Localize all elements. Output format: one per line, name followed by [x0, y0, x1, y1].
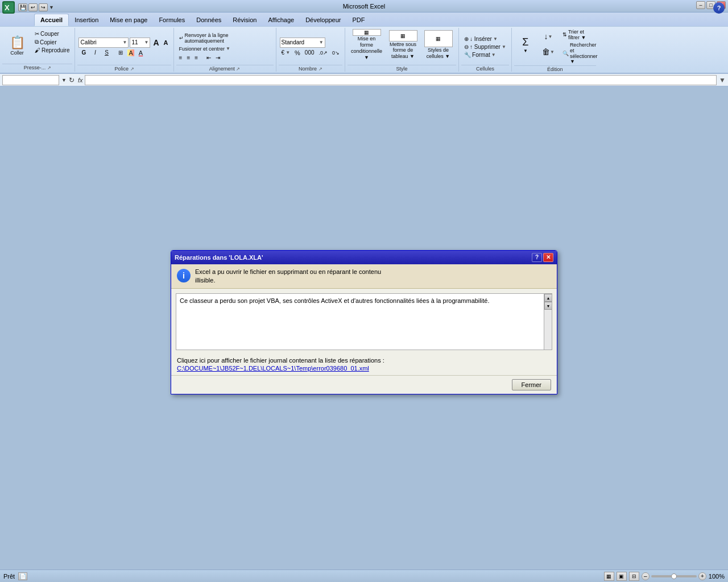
font-name-value: Calibri	[80, 39, 96, 45]
effacer-icon: 🗑	[542, 47, 550, 56]
dialog-log-row: Cliquez ici pour afficher le fichier jou…	[171, 355, 557, 375]
font-size-dropdown[interactable]: 11 ▼	[130, 38, 150, 48]
align-top-right[interactable]: ≡	[193, 54, 200, 61]
borders-button[interactable]: ⊞	[117, 49, 125, 56]
couper-button[interactable]: ✂ Couper	[33, 30, 71, 38]
rechercher-button[interactable]: 🔍 Rechercher et sélectionner ▼	[561, 42, 595, 66]
font-color-icon: A	[139, 49, 143, 56]
font-grow-button[interactable]: A	[151, 38, 160, 48]
scrollbar-down-btn[interactable]: ▼	[544, 302, 552, 310]
tab-formules[interactable]: Formules	[153, 14, 191, 26]
zoom-track[interactable]	[651, 575, 697, 577]
nombre-expand[interactable]: ↗	[318, 66, 322, 72]
reproduire-button[interactable]: 🖌 Reproduire	[33, 47, 71, 54]
format-button[interactable]: 🔧 Format ▼	[462, 51, 498, 59]
indent-left[interactable]: ⇤	[205, 54, 213, 61]
zoom-in-btn[interactable]: +	[698, 572, 706, 580]
help-button[interactable]: ?	[713, 2, 725, 14]
tableau-icon: ▦	[389, 30, 417, 41]
fill-button[interactable]: ↓ ▼	[538, 29, 559, 44]
underline-button[interactable]: S	[101, 49, 111, 56]
align-top-center[interactable]: ≡	[185, 54, 192, 61]
effacer-button[interactable]: 🗑 ▼	[538, 44, 559, 59]
dialog-log-label: Cliquez ici pour afficher le fichier jou…	[177, 357, 384, 364]
tab-pdf[interactable]: PDF	[347, 14, 371, 26]
office-logo[interactable]: X	[2, 1, 15, 14]
dialog-info-bar: i Excel a pu ouvrir le fichier en suppri…	[171, 264, 557, 289]
formula-refresh[interactable]: ↻	[69, 76, 75, 84]
renvoyer-button[interactable]: ↵ Renvoyer à la ligne automatiquement	[177, 32, 240, 45]
page-break-btn[interactable]: ⊟	[629, 572, 639, 581]
styles-button[interactable]: ▦ Styles de cellules ▼	[423, 29, 454, 61]
minimize-button[interactable]: –	[696, 1, 705, 9]
zoom-out-btn[interactable]: –	[642, 572, 650, 580]
alignement-label: Alignement ↗	[176, 65, 274, 72]
quick-undo-btn[interactable]: ↩	[28, 3, 38, 11]
format-icon: 🔧	[464, 52, 471, 58]
indent-right[interactable]: ⇥	[214, 54, 222, 61]
font-size-value: 11	[131, 39, 138, 45]
reproduire-label: Reproduire	[42, 47, 69, 53]
bold-button[interactable]: G	[78, 49, 89, 56]
decimal-more-button[interactable]: .0↗	[317, 49, 330, 56]
thousands-button[interactable]: 000	[303, 49, 316, 56]
fermer-button[interactable]: Fermer	[512, 379, 551, 390]
dialog-info-line2: illisible.	[195, 277, 215, 284]
name-box-dropdown[interactable]: ▼	[61, 77, 67, 83]
scrollbar-up-btn[interactable]: ▲	[544, 294, 552, 302]
coller-button[interactable]: 📋 Coller	[3, 30, 31, 62]
formula-expand[interactable]: ▼	[719, 76, 726, 84]
trier-icon: ⇅	[562, 32, 567, 38]
reproduire-icon: 🖌	[35, 47, 40, 53]
formula-bar: ▼ ↻ fx ▼	[0, 74, 728, 86]
inserer-button[interactable]: ⊕ ↓ Insérer ▼	[462, 35, 499, 43]
style-label: Style	[348, 65, 456, 72]
mise-en-forme-label: Mise en forme conditionnelle ▼	[351, 36, 383, 60]
quick-redo-btn[interactable]: ↪	[39, 3, 48, 11]
copier-icon: ⧉	[35, 39, 39, 45]
main-area: Réparations dans 'LOLA.XLA' ? ✕ i Excel …	[0, 86, 728, 571]
dialog-close-x-btn[interactable]: ✕	[543, 253, 553, 262]
alignement-expand[interactable]: ↗	[236, 66, 240, 72]
tab-revision[interactable]: Révision	[227, 14, 262, 26]
fill-color-button[interactable]: A	[126, 49, 135, 57]
font-shrink-button[interactable]: A	[162, 39, 170, 47]
presse-papier-expand[interactable]: ↗	[47, 65, 51, 70]
tab-insertion[interactable]: Insertion	[69, 14, 104, 26]
tab-donnees[interactable]: Données	[191, 14, 227, 26]
number-format-arrow: ▼	[319, 40, 324, 45]
quick-save-btn[interactable]: 💾	[18, 3, 27, 11]
font-color-button[interactable]: A	[137, 49, 144, 57]
somme-button[interactable]: Σ ▼	[515, 29, 536, 61]
mise-en-forme-button[interactable]: ▦ Mise en forme conditionnelle ▼	[350, 29, 384, 61]
currency-button[interactable]: €▼	[280, 49, 292, 56]
tableau-button[interactable]: ▦ Mettre sous forme de tableau ▼	[386, 29, 420, 61]
supprimer-button[interactable]: ⊖ ↑ Supprimer ▼	[462, 43, 508, 51]
trier-button[interactable]: ⇅ Trier et filtrer ▼	[561, 29, 595, 41]
quick-access-dropdown[interactable]: ▼	[49, 5, 54, 10]
tab-developpeur[interactable]: Développeur	[300, 14, 346, 26]
fusionner-button[interactable]: Fusionner et centrer ▼	[177, 46, 232, 53]
tab-affichage[interactable]: Affichage	[262, 14, 300, 26]
align-top-left[interactable]: ≡	[177, 54, 184, 61]
title-text: Microsoft Excel	[343, 3, 386, 10]
tab-accueil[interactable]: Accueil	[34, 14, 69, 26]
dialog-help-btn[interactable]: ?	[532, 253, 542, 262]
number-format-dropdown[interactable]: Standard ▼	[280, 38, 325, 48]
dialog-log-link[interactable]: C:\DOCUME~1\JB52F~1.DEL\LOCALS~1\Temp\er…	[177, 365, 369, 372]
copier-button[interactable]: ⧉ Copier	[33, 38, 71, 46]
tab-mise-en-page[interactable]: Mise en page	[104, 14, 153, 26]
italic-button[interactable]: I	[90, 49, 100, 56]
zoom-thumb[interactable]	[671, 573, 677, 579]
formula-input[interactable]	[85, 75, 717, 85]
name-box[interactable]	[2, 75, 59, 85]
decimal-less-button[interactable]: 0↘	[330, 49, 341, 56]
font-name-dropdown[interactable]: Calibri ▼	[78, 38, 129, 48]
inserer-arrow: ▼	[493, 36, 498, 41]
police-expand[interactable]: ↗	[130, 66, 134, 72]
normal-view-btn[interactable]: ▦	[604, 572, 614, 581]
fill-icon-2: ↓	[544, 32, 548, 41]
quick-access-toolbar: X 💾 ↩ ↪ ▼	[2, 1, 54, 14]
percent-button[interactable]: %	[293, 49, 302, 57]
page-layout-btn[interactable]: ▣	[617, 572, 627, 581]
